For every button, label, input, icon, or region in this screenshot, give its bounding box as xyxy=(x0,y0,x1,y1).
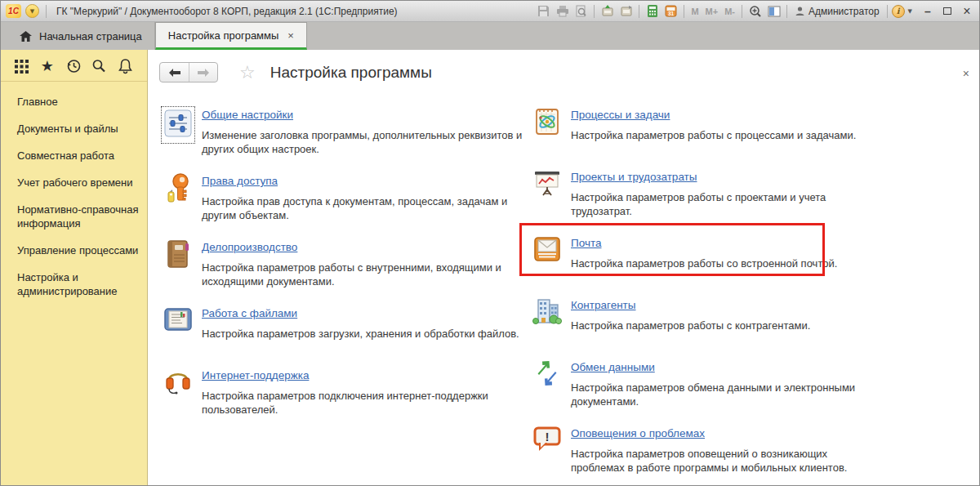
add-document-icon[interactable] xyxy=(599,3,616,19)
print-icon[interactable] xyxy=(554,3,571,19)
main-menu-button[interactable]: ▼ xyxy=(25,4,39,18)
building-icon xyxy=(532,297,563,328)
settings-item-problem-alerts: ! Оповещения о проблемах Настройка парам… xyxy=(528,424,888,475)
item-icon-box: ! xyxy=(528,424,566,475)
sidebar-item-reference-info[interactable]: Нормативно-справочная информация xyxy=(17,203,139,230)
minimize-button[interactable]: – xyxy=(922,6,933,17)
separator xyxy=(887,5,888,18)
sidebar-item-settings-administration[interactable]: Настройка и администрирование xyxy=(17,270,139,298)
counterparties-description: Настройка параметров работы с контрагент… xyxy=(571,319,878,332)
settings-column-left: Общие настройки Изменение заголовка прог… xyxy=(159,105,528,486)
sidebar-item-time-tracking[interactable]: Учет рабочего времени xyxy=(17,176,139,189)
page-header: ☆ Настройка программы xyxy=(148,50,979,82)
general-settings-description: Изменение заголовка программы, дополните… xyxy=(202,128,523,156)
history-icon[interactable] xyxy=(65,57,82,75)
close-window-button[interactable]: × xyxy=(961,6,973,17)
item-icon-box xyxy=(159,172,197,222)
sidebar-toolbar: ★ xyxy=(1,50,147,82)
separator xyxy=(684,5,684,18)
processes-tasks-link[interactable]: Процессы и задачи xyxy=(571,109,670,121)
calculator-icon[interactable] xyxy=(644,3,661,19)
item-icon-box xyxy=(528,234,566,280)
recordkeeping-link[interactable]: Делопроизводство xyxy=(202,241,297,253)
sidebar-item-process-management[interactable]: Управление процессами xyxy=(17,243,139,257)
mail-description: Настройка параметров работы со встроенно… xyxy=(571,256,878,270)
zoom-in-icon[interactable] xyxy=(746,3,764,19)
window-title: ГК "Меркурий" / Документооборот 8 КОРП, … xyxy=(56,6,398,17)
user-name: Администратор xyxy=(808,6,880,17)
maximize-icon xyxy=(943,7,951,15)
item-icon-box xyxy=(528,167,566,218)
separator xyxy=(639,5,639,18)
sidebar-item-collaboration[interactable]: Совместная работа xyxy=(17,149,139,163)
headphones-icon xyxy=(163,367,194,398)
alert-bubble-icon: ! xyxy=(532,425,563,454)
separator xyxy=(46,5,47,18)
access-rights-link[interactable]: Права доступа xyxy=(202,175,278,187)
projects-link[interactable]: Проекты и трудозатраты xyxy=(571,171,697,183)
separator xyxy=(742,5,742,18)
tab-label: Начальная страница xyxy=(39,30,142,42)
split-panels-icon[interactable] xyxy=(765,3,782,19)
settings-item-recordkeeping: Делопроизводство Настройка параметров ра… xyxy=(159,238,528,288)
tab-program-settings[interactable]: Настройка программы × xyxy=(155,22,307,50)
calendar-icon[interactable]: 31 xyxy=(662,3,679,19)
presentation-chart-icon xyxy=(532,168,563,199)
sidebar-menu: Главное Документы и файлы Совместная раб… xyxy=(1,82,147,311)
titlebar-toolbar: 31 M M+ M- Администратор i ▼ – xyxy=(535,3,973,19)
back-button[interactable] xyxy=(160,63,189,82)
data-exchange-link[interactable]: Обмен данными xyxy=(571,361,655,373)
memory-plus-button[interactable]: M+ xyxy=(703,3,721,19)
home-icon xyxy=(20,31,32,42)
item-icon-box xyxy=(159,366,197,417)
files-link[interactable]: Работа с файлами xyxy=(202,307,297,319)
mail-link[interactable]: Почта xyxy=(571,237,602,249)
save-icon[interactable] xyxy=(535,3,552,19)
info-button[interactable]: i xyxy=(892,5,905,18)
settings-column-right: Процессы и задачи Настройка параметров р… xyxy=(528,105,888,486)
data-exchange-description: Настройка параметров обмена данными и эл… xyxy=(571,381,878,408)
maximize-button[interactable] xyxy=(942,6,953,17)
item-icon-box xyxy=(528,296,566,342)
tab-bar: Начальная страница Настройка программы × xyxy=(1,22,979,50)
search-icon[interactable] xyxy=(90,57,108,75)
processes-tasks-description: Настройка параметров работы с процессами… xyxy=(571,128,878,142)
send-document-icon[interactable] xyxy=(617,3,635,19)
settings-item-access-rights: Права доступа Настройка прав доступа к д… xyxy=(159,172,528,222)
settings-content: Общие настройки Изменение заголовка прог… xyxy=(148,82,979,486)
projects-description: Настройка параметров работы с проектами … xyxy=(571,190,878,218)
tab-close-icon[interactable]: × xyxy=(286,29,294,42)
sidebar: ★ Главное Документы и файлы Совместная р… xyxy=(1,50,148,486)
add-to-favorites-star-icon[interactable]: ☆ xyxy=(239,64,256,82)
counterparties-link[interactable]: Контрагенты xyxy=(571,299,636,311)
recordkeeping-description: Настройка параметров работы с внутренним… xyxy=(202,261,523,288)
title-bar: 1С ▼ ГК "Меркурий" / Документооборот 8 К… xyxy=(1,1,979,22)
settings-item-general: Общие настройки Изменение заголовка прог… xyxy=(159,105,528,156)
current-user-button[interactable]: Администратор xyxy=(795,6,880,17)
svg-text:31: 31 xyxy=(668,11,675,16)
separator xyxy=(594,5,595,18)
general-settings-link[interactable]: Общие настройки xyxy=(202,109,293,121)
internet-support-link[interactable]: Интернет-поддержка xyxy=(202,369,309,381)
sidebar-item-documents-files[interactable]: Документы и файлы xyxy=(17,122,139,136)
memory-minus-button[interactable]: M- xyxy=(722,3,737,19)
close-page-icon[interactable]: × xyxy=(963,68,969,79)
notifications-bell-icon[interactable] xyxy=(116,57,134,75)
files-description: Настройка параметров загрузки, хранения … xyxy=(202,327,523,341)
separator xyxy=(786,5,787,18)
print-preview-icon[interactable] xyxy=(572,3,590,19)
1c-logo-icon: 1С xyxy=(6,4,21,18)
problem-alerts-link[interactable]: Оповещения о проблемах xyxy=(571,427,705,439)
favorites-star-icon[interactable]: ★ xyxy=(38,57,56,75)
item-icon-box xyxy=(528,358,566,408)
forward-button[interactable] xyxy=(189,63,217,82)
problem-alerts-description: Настройка параметров оповещений о возник… xyxy=(571,447,878,475)
info-caret-icon[interactable]: ▼ xyxy=(906,8,914,15)
settings-item-counterparties: Контрагенты Настройка параметров работы … xyxy=(528,296,888,342)
sections-menu-icon[interactable] xyxy=(12,57,30,75)
memory-recall-button[interactable]: M xyxy=(688,3,701,19)
sidebar-item-main[interactable]: Главное xyxy=(17,95,139,109)
user-icon xyxy=(795,6,805,16)
settings-item-projects: Проекты и трудозатраты Настройка парамет… xyxy=(528,167,888,218)
tab-home[interactable]: Начальная страница xyxy=(7,22,155,50)
